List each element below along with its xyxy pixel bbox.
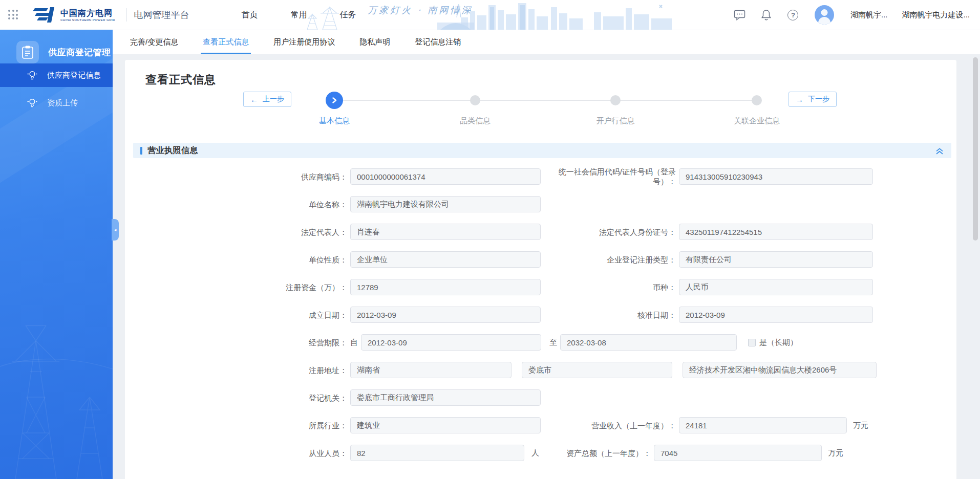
collapse-left-icon: ◂ [114, 227, 117, 232]
revenue-label: 营业收入（上一年度）： [541, 421, 676, 430]
sidebar-item-supplier-registration-info[interactable]: 供应商登记信息 [0, 63, 113, 87]
reg-authority-input[interactable] [350, 389, 541, 406]
user-avatar[interactable] [815, 5, 834, 25]
arrow-right-icon: → [796, 96, 803, 103]
establish-date-label: 成立日期： [125, 310, 347, 320]
total-assets-label: 资产总额（上一年度）： [539, 448, 651, 458]
step-2-circle[interactable] [470, 95, 480, 105]
brand-name-en: CHINA SOUTHERN POWER GRID [60, 18, 115, 21]
next-step-button[interactable]: → 下一步 [789, 92, 837, 107]
clipboard-icon [16, 41, 39, 63]
business-term-label: 经营期限： [125, 338, 347, 347]
top-bar: 中国南方电网 CHINA SOUTHERN POWER GRID 电网管理平台 … [0, 0, 980, 30]
message-icon[interactable] [734, 9, 746, 21]
form-row: 成立日期： 核准日期： [125, 307, 956, 323]
top-nav: 首页 常用 任务 [242, 10, 356, 20]
longterm-checkbox[interactable] [748, 339, 756, 346]
nav-tasks[interactable]: 任务 [340, 10, 356, 20]
approval-date-input[interactable] [679, 307, 873, 323]
industry-label: 所属行业： [125, 421, 347, 430]
prev-step-button[interactable]: ← 上一步 [243, 92, 291, 107]
address-detail-input[interactable] [683, 362, 877, 378]
term-to-input[interactable] [560, 334, 737, 351]
sidebar-tower-watermark [0, 295, 113, 479]
double-chevron-up-icon [935, 146, 944, 155]
prev-step-label: 上一步 [263, 95, 284, 104]
tab-view-formal-info[interactable]: 查看正式信息 [203, 30, 249, 54]
collapse-section-button[interactable] [935, 146, 944, 155]
org-nature-input[interactable] [350, 251, 541, 268]
sidebar-item-qualification-upload[interactable]: 资质上传 [0, 91, 113, 115]
help-icon[interactable]: ? [787, 9, 799, 21]
org-nature-label: 单位性质： [125, 255, 347, 265]
sidebar-item-label: 供应商登记信息 [47, 71, 101, 80]
establish-date-input[interactable] [350, 307, 541, 323]
vertical-scrollbar-thumb[interactable] [973, 57, 978, 241]
user-name[interactable]: 湖南帆宇... [850, 10, 888, 20]
form-row-address: 注册地址： [125, 362, 956, 378]
revenue-input[interactable] [679, 417, 847, 433]
total-assets-unit: 万元 [828, 448, 843, 458]
brand-text: 中国南方电网 CHINA SOUTHERN POWER GRID [60, 9, 118, 21]
form-row: 单位性质： 企业登记注册类型： [125, 251, 956, 268]
tab-improve-change-info[interactable]: 完善/变更信息 [130, 30, 178, 54]
form-row: 从业人员： 人 资产总额（上一年度）： 万元 [125, 445, 956, 461]
csg-logo-icon [33, 6, 56, 24]
notification-bell-icon[interactable] [760, 9, 773, 21]
bulb-icon [27, 70, 38, 81]
supplier-code-label: 供应商编码： [125, 172, 347, 182]
sidebar-collapse-handle[interactable]: ◂ [112, 219, 119, 241]
app-root: 中国南方电网 CHINA SOUTHERN POWER GRID 电网管理平台 … [0, 0, 980, 479]
form-row: 所属行业： 营业收入（上一年度）： 万元 [125, 417, 956, 433]
step-label-category-info[interactable]: 品类信息 [460, 116, 491, 126]
sidebar-item-label: 资质上传 [47, 98, 78, 108]
supplier-code-input[interactable] [350, 168, 541, 185]
tab-privacy-statement[interactable]: 隐私声明 [359, 30, 390, 54]
sidebar-module-title: 供应商登记管理 [48, 47, 111, 58]
company-name-input[interactable] [350, 196, 541, 212]
tab-bar: 完善/变更信息 查看正式信息 用户注册使用协议 隐私声明 登记信息注销 [113, 30, 980, 54]
term-to-label: 至 [549, 338, 557, 347]
longterm-label: 是（长期） [759, 338, 798, 347]
address-province-input[interactable] [350, 362, 512, 378]
step-3-circle[interactable] [610, 95, 621, 105]
tab-registration-cancellation[interactable]: 登记信息注销 [415, 30, 461, 54]
reg-capital-input[interactable] [350, 279, 541, 295]
nav-home[interactable]: 首页 [242, 10, 258, 20]
legal-rep-id-input[interactable] [679, 224, 873, 240]
employees-label: 从业人员： [125, 448, 347, 458]
section-header-business-license: 营业执照信息 [133, 143, 951, 158]
tab-user-registration-agreement[interactable]: 用户注册使用协议 [273, 30, 335, 54]
platform-title: 电网管理平台 [134, 9, 189, 21]
form-row: 单位名称： [125, 196, 956, 212]
nav-common[interactable]: 常用 [291, 10, 307, 20]
employees-input[interactable] [350, 445, 524, 461]
step-label-bank-info[interactable]: 开户行信息 [596, 116, 635, 126]
main-card: 查看正式信息 ← 上一步 基本信息 品类信息 开户行信息 [125, 60, 956, 479]
address-city-input[interactable] [522, 362, 672, 378]
apps-grid-icon[interactable] [8, 10, 18, 20]
sidebar-module-header[interactable]: 供应商登记管理 [0, 30, 113, 63]
step-1-circle[interactable] [326, 92, 343, 109]
step-4-circle[interactable] [752, 95, 762, 105]
section-accent-bar [140, 147, 142, 155]
total-assets-input[interactable] [654, 445, 822, 461]
user-organization[interactable]: 湖南帆宇电力建设... [902, 10, 970, 20]
header-divider [126, 8, 127, 21]
reg-capital-label: 注册资金（万）： [125, 282, 347, 292]
term-from-input[interactable] [361, 334, 541, 351]
legal-rep-label: 法定代表人： [125, 227, 347, 237]
reg-type-label: 企业登记注册类型： [541, 255, 676, 265]
step-label-basic-info[interactable]: 基本信息 [319, 116, 350, 126]
step-label-related-enterprise-info[interactable]: 关联企业信息 [734, 116, 780, 126]
currency-input[interactable] [679, 279, 873, 295]
industry-input[interactable] [350, 417, 541, 433]
legal-rep-id-label: 法定代表人身份证号： [541, 227, 676, 237]
credit-code-input[interactable] [679, 168, 873, 185]
form-row: 法定代表人： 法定代表人身份证号： [125, 224, 956, 240]
header-decoration: 万家灯火 · 南网情深 [307, 0, 676, 30]
reg-type-input[interactable] [679, 251, 873, 268]
section-title: 营业执照信息 [147, 145, 198, 156]
term-from-label: 自 [350, 338, 358, 347]
legal-rep-input[interactable] [350, 224, 541, 240]
